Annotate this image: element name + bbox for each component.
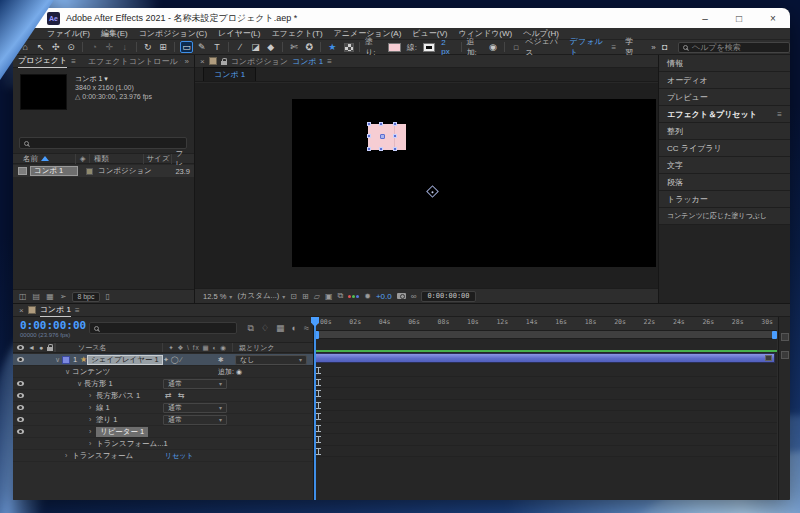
selection-tool-icon[interactable]: ↖ <box>34 41 46 53</box>
playhead-line[interactable] <box>314 317 316 500</box>
menu-file[interactable]: ファイル(F) <box>47 28 90 39</box>
composition-frame[interactable] <box>292 99 656 267</box>
property-label[interactable]: コンテンツ <box>72 367 110 377</box>
project-search-input[interactable] <box>19 137 187 149</box>
workspace-overflow-icon[interactable]: » <box>651 43 655 52</box>
timeline-close-icon[interactable]: × <box>19 306 24 315</box>
parent-dropdown[interactable]: なし ▾ <box>235 355 307 365</box>
scroll-icon[interactable] <box>781 351 789 359</box>
panel-effects-presets[interactable]: エフェクト＆プリセット ≡ <box>659 106 790 123</box>
new-folder-icon[interactable]: ▤ <box>33 292 41 301</box>
adjust-settings-icon[interactable]: ➢ <box>60 292 67 301</box>
timeline-track-area[interactable]: :00s 02s 04s 06s 08s 10s 12s 14s 16s 18s… <box>313 317 777 500</box>
handle-top-left[interactable] <box>367 122 371 126</box>
layer-row[interactable]: ∨ 1 ★ シェイプレイヤー 1 ✦ ◯ ∕ ✱ なし ▾ <box>13 354 313 366</box>
audio-column-icon[interactable]: ◄ <box>28 344 35 351</box>
track-row[interactable] <box>314 411 777 423</box>
pixel-aspect-icon[interactable]: ⧉ <box>337 291 343 301</box>
layer-expander-icon[interactable]: ∨ <box>55 356 62 364</box>
mask-visibility-icon[interactable]: ⊞ <box>302 292 309 301</box>
zoom-tool-icon[interactable]: ⊙ <box>65 41 77 53</box>
camera-tool-icon[interactable]: ⊞ <box>157 41 169 53</box>
pan-camera-tool-icon[interactable]: ✛ <box>103 41 115 53</box>
panel-tracker[interactable]: トラッカー <box>659 191 790 208</box>
lock-icon[interactable] <box>221 61 227 65</box>
stroke-label[interactable]: 線: <box>407 42 417 53</box>
expander-icon[interactable]: › <box>89 404 96 411</box>
property-row-stroke[interactable]: › 線 1 通常 ▾ <box>13 402 313 414</box>
visibility-eye-icon[interactable] <box>17 405 24 410</box>
panel-cc-libraries[interactable]: CC ライブラリ <box>659 140 790 157</box>
project-item-row[interactable]: コンポ 1 コンポジション 23.9 <box>13 165 194 177</box>
tab-project[interactable]: プロジェクト <box>18 55 67 68</box>
channel-rgb-icon[interactable] <box>348 295 359 298</box>
project-item-name[interactable]: コンポ 1 <box>30 166 78 176</box>
title-bar[interactable]: Ae Adobe After Effects 2021 - 名称未設定プロジェク… <box>13 8 790 28</box>
blend-mode-dropdown[interactable]: 通常 ▾ <box>163 415 227 425</box>
property-label[interactable]: 塗り 1 <box>96 415 117 425</box>
expander-icon[interactable]: ∨ <box>65 368 72 376</box>
visibility-eye-icon[interactable] <box>17 381 24 386</box>
minimize-button[interactable]: – <box>688 8 722 28</box>
motion-blur-icon[interactable]: ◐ <box>292 323 297 334</box>
rotation-tool-icon[interactable]: ↻ <box>142 41 154 53</box>
visibility-eye-icon[interactable] <box>17 417 24 422</box>
panel-menu-icon[interactable]: ≡ <box>777 110 782 119</box>
timeline-tab[interactable]: コンポ 1 <box>40 304 71 317</box>
timeline-menu-icon[interactable]: ≡ <box>75 306 80 315</box>
snapshot-icon[interactable]: ◘ <box>659 41 671 53</box>
layer-bar-grip-icon[interactable] <box>765 355 772 361</box>
visibility-eye-icon[interactable] <box>17 393 24 398</box>
menu-layer[interactable]: レイヤー(L) <box>218 28 260 39</box>
tab-composition-label[interactable]: コンポジション <box>231 56 288 67</box>
track-row[interactable] <box>314 388 777 400</box>
type-tool-icon[interactable]: T <box>211 41 223 53</box>
workspace-menu-icon[interactable]: ≡ <box>611 43 616 52</box>
panel-audio[interactable]: オーディオ <box>659 72 790 89</box>
track-row[interactable] <box>314 365 777 377</box>
property-row-repeater[interactable]: › リピーター 1 <box>13 426 313 438</box>
property-row-transform[interactable]: › トランスフォーム リセット <box>13 450 313 462</box>
source-name-column[interactable]: ソース名 <box>55 343 163 352</box>
video-column-icon[interactable] <box>17 345 24 350</box>
handle-top-center[interactable] <box>379 122 383 126</box>
expander-icon[interactable]: › <box>65 452 72 459</box>
column-label-icon[interactable]: ◈ <box>76 154 89 163</box>
add-property-button[interactable]: 追加: ◉ <box>218 367 242 377</box>
layer-color-chip[interactable] <box>62 356 70 364</box>
visibility-eye-icon[interactable] <box>17 429 24 434</box>
rectangle-tool-icon[interactable]: ▭ <box>180 41 192 53</box>
property-label[interactable]: 長方形 1 <box>84 379 113 389</box>
comp-mini-flowchart-icon[interactable]: ⧉ <box>248 323 254 334</box>
track-row[interactable] <box>314 446 777 458</box>
expander-icon[interactable]: › <box>89 416 96 423</box>
handle-bottom-center[interactable] <box>379 147 383 151</box>
property-label[interactable]: 線 1 <box>96 403 110 413</box>
comp-panel-menu-icon[interactable]: ≡ <box>327 57 332 66</box>
brush-tool-icon[interactable]: ∕ <box>234 41 246 53</box>
exposure-value[interactable]: +0.0 <box>376 292 392 301</box>
tab-effect-controls[interactable]: エフェクトコントロール シェイプ <box>88 56 181 67</box>
layer-name[interactable]: シェイプレイヤー 1 <box>87 355 163 365</box>
hand-tool-icon[interactable]: ✣ <box>50 41 62 53</box>
help-search-input[interactable]: ヘルプを検索 <box>678 42 790 53</box>
switches-column-icons[interactable]: ✦ ❖ \ fx ▦ ◐ ◉ <box>163 343 233 352</box>
add-menu-icon[interactable]: ◉ <box>487 41 499 53</box>
layer-duration-bar[interactable] <box>315 353 775 363</box>
trash-icon[interactable]: ▯ <box>106 292 110 301</box>
work-area-end-handle[interactable] <box>772 331 777 339</box>
new-composition-icon[interactable]: ▦ <box>46 292 54 301</box>
property-row-rect-path[interactable]: › 長方形パス 1 ⇄ ⇆ <box>13 390 313 402</box>
panel-info[interactable]: 情報 <box>659 55 790 72</box>
blend-mode-dropdown[interactable]: 通常 ▾ <box>163 379 227 389</box>
region-of-interest-icon[interactable]: ▱ <box>314 292 320 301</box>
work-area-bar[interactable] <box>314 331 777 339</box>
dolly-camera-tool-icon[interactable]: ↓ <box>119 41 131 53</box>
menu-edit[interactable]: 編集(E) <box>101 28 128 39</box>
frame-blend-icon[interactable]: ▦ <box>276 323 285 334</box>
fill-color-swatch[interactable] <box>388 43 400 52</box>
tab-composition-name[interactable]: コンポ 1 <box>292 56 323 67</box>
bit-depth-button[interactable]: 8 bpc <box>72 292 99 302</box>
expander-icon[interactable]: ∨ <box>77 380 84 388</box>
panel-close-icon[interactable]: × <box>200 57 205 66</box>
